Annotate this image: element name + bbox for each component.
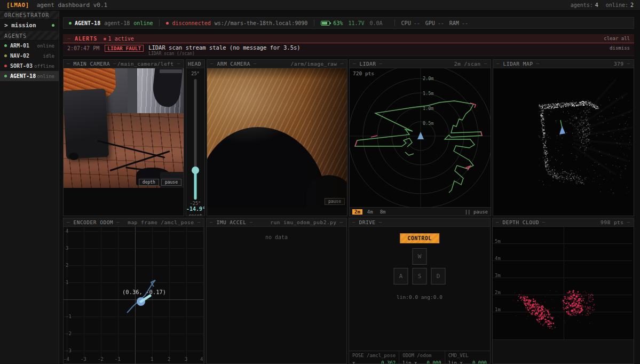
imu-accel-panel: IMU ACCEL run imu_odom_pub2.py no data [206,218,347,364]
camera-timestamp-overlay [160,69,182,73]
top-bar: [LMAO] agent dashboard v0.1 agents:4 onl… [0,0,640,11]
sidebar-item-nav-02[interactable]: NAV-02 idle [0,51,59,61]
ring-label: 0.5m [423,121,433,126]
depth-toggle-button[interactable]: depth [139,179,159,186]
dismiss-button[interactable]: dismiss [610,45,630,51]
lidar-scan-svg [350,68,491,207]
y-tick: 5m [495,239,501,244]
lidar-pause-button[interactable]: || pause [465,209,488,215]
robot-marker-icon [417,132,424,139]
alert-badge: LIDAR FAULT [105,45,144,52]
scene-dark-object [207,127,327,207]
y-tick: 4 [66,228,68,234]
column-header: ODOM /odom [402,353,441,358]
depth-cloud-canvas [493,227,632,339]
key-a[interactable]: A [394,268,408,284]
key-d[interactable]: D [431,268,446,284]
agent-status: idle [43,53,54,59]
y-tick: 4m [495,256,501,261]
head-angle-value: -14.9° [186,206,204,212]
imu-header: IMU ACCEL run imu_odom_pub2.py [207,218,346,227]
imu-run-action[interactable]: run imu_odom_pub2.py [270,219,343,225]
agent-status: online [37,43,54,49]
y-tick: 1 [66,280,68,285]
row-value: 0.000 [472,360,487,363]
agent-state: online [133,20,153,26]
agent-name: ARM-01 [10,43,29,49]
imu-no-data-label: no data [207,234,346,240]
sidebar-item-mission[interactable]: > mission [0,20,59,31]
alert-row: 2:07:47 PM LIDAR FAULT LIDAR scan stream… [63,43,634,56]
odom-trail-svg [64,227,204,363]
y-tick: 2m [495,290,501,295]
orchestrator-header: ORCHESTRATOR [0,11,59,20]
agent-name: SORT-03 [10,63,33,69]
pause-button[interactable]: pause [161,179,181,186]
ram-stat: RAM-- [449,20,468,26]
depth-point-count: 998 pts [601,219,630,225]
key-s[interactable]: S [413,268,427,284]
row-value: 0.000 [427,360,441,363]
lidar-point-count: 720 pts [353,70,374,76]
ring-label: 1.5m [423,91,433,96]
depth-panel-footer [493,341,634,363]
head-min-label: -25° [186,201,204,206]
main-camera-header: MAIN CAMERA /main_camera/left [64,60,184,68]
head-reset-button[interactable]: reset [186,213,204,216]
row-key: lin.x [402,360,417,363]
lidar-footer: 2m 4m 8m || pause [350,207,491,216]
connection-url: ws://mars-the-18th.local:9090 [215,20,308,26]
lidar-map-display [493,68,634,216]
head-slider-track[interactable] [194,79,197,200]
sidebar-item-agent-18[interactable]: AGENT-18 online [0,71,59,81]
pause-button[interactable]: pause [325,198,345,205]
brand-logo: [LMAO] [6,2,29,9]
odom-frame-label[interactable]: map frame /amcl_pose [128,219,201,225]
online-count: online:2 [606,2,634,8]
key-w[interactable]: W [413,248,427,265]
cpu-stat: CPU-- [401,20,420,26]
drive-telemetry-table: POSE /amcl_pose x0.362 ODOM /odom lin.x0… [349,351,490,363]
panel-title: DRIVE [352,219,382,225]
depth-cloud-plot: 5m 4m 3m 2m 1m [493,227,634,340]
row-key: x [352,360,355,363]
agent-status-dot [4,65,7,67]
battery-percent: 63% [333,20,343,26]
scene-suitcase [64,89,109,159]
wasd-keys: W A S D [394,248,446,284]
lidar-map-header: LIDAR MAP 379 [493,60,634,68]
ring-label: 2.0m [423,76,433,81]
drive-velocity-readout: lin:0.0 ang:0.0 [349,294,490,300]
alert-time: 2:07:47 PM [67,45,99,51]
encoder-odom-header: ENCODER ODOM map frame /amcl_pose [64,218,204,227]
odom-column: ODOM /odom lin.x0.000 [399,351,444,363]
alerts-header: ALERTS 1 active clear all [63,34,634,43]
y-tick: 3 [66,246,68,251]
sidebar-item-sort-03[interactable]: SORT-03 offline [0,61,59,71]
row-key: lin.x [448,360,463,363]
clear-all-button[interactable]: clear all [604,36,630,41]
sidebar-item-arm-01[interactable]: ARM-01 online [0,41,59,51]
arm-camera-image: pause [207,68,347,207]
drive-panel: DRIVE CONTROL W A S D lin:0.0 an [349,218,491,364]
x-tick: -2 [98,357,104,362]
x-tick: 4 [200,357,203,362]
x-tick: 2 [168,357,170,362]
agent-status-dot [4,75,7,77]
camera-topic: /main_camera/left [117,61,180,67]
range-8m-button[interactable]: 8m [378,209,388,215]
agent-name: NAV-02 [10,53,29,59]
drive-control-button[interactable]: CONTROL [400,233,439,243]
scene-wheel [69,153,78,160]
agent-status-dot [4,44,7,47]
range-2m-button[interactable]: 2m [352,209,362,215]
head-slider-thumb[interactable] [192,167,199,174]
alert-source: LIDAR scan (/scan) [148,51,300,56]
connection-state: disconnected [172,20,210,26]
sidebar: ORCHESTRATOR > mission AGENTS ARM-01 onl… [0,11,59,364]
range-4m-button[interactable]: 4m [365,209,375,215]
map-point-count: 379 [614,61,630,67]
panel-title: ENCODER ODOM [67,219,120,225]
alerts-section: ALERTS 1 active clear all 2:07:47 PM LID… [63,34,634,56]
lidar-radar-display: 720 pts 2.0m 1.5m 1.0m 0.5m [350,68,491,207]
